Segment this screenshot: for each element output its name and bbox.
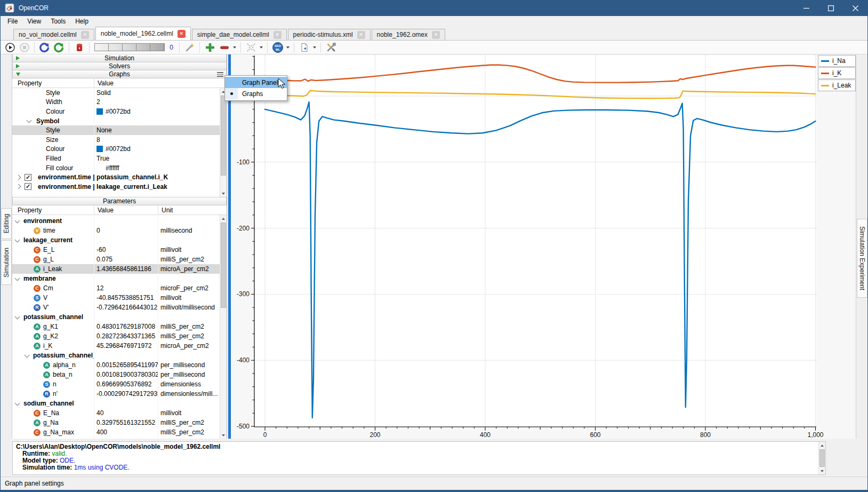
property-row[interactable]: Symbol — [12, 116, 220, 126]
scrollbar-thumb[interactable] — [819, 449, 825, 467]
data-export-dropdown-icon[interactable] — [313, 46, 316, 49]
scroll-down-icon[interactable] — [819, 467, 825, 474]
expand-icon[interactable] — [15, 275, 20, 281]
sedml-export-button[interactable]: SED ML — [270, 41, 285, 54]
property-row[interactable]: Fill colour#ffffff — [12, 163, 220, 173]
parameter-row[interactable]: Ai_Leak1.43656845861186microA_per_cm2 — [12, 264, 220, 274]
preferences-button[interactable] — [324, 41, 338, 54]
simulation-delay-wheel[interactable] — [94, 43, 165, 51]
scroll-up-icon[interactable] — [220, 215, 227, 222]
color-swatch[interactable] — [97, 108, 103, 115]
context-menu-item-graphs[interactable]: Graphs — [225, 88, 287, 99]
mode-tab-simulation[interactable]: Simulation — [1, 240, 12, 285]
parameter-row[interactable]: Aalpha_n0.00152658954119971per_milliseco… — [12, 360, 220, 370]
reload-button[interactable] — [52, 41, 66, 54]
file-tab-no_voi_model.cellml[interactable]: no_voi_model.cellml✕ — [13, 29, 94, 40]
property-row[interactable]: Colour#0072bd — [12, 107, 220, 116]
parameter-row[interactable]: Vtime0millisecond — [12, 226, 220, 235]
section-header-graphs[interactable]: Graphs — [12, 70, 227, 78]
scrollbar-thumb[interactable] — [221, 96, 226, 176]
parameter-row[interactable]: SV-40.8457538851751millivolt — [12, 293, 220, 303]
parameter-row[interactable]: Rn'-0.000290742917293571dimensionless/mi… — [12, 389, 220, 399]
section-header-solvers[interactable]: Solvers — [12, 62, 227, 70]
legend-item-i_K[interactable]: i_K — [818, 67, 856, 79]
column-header-value[interactable]: Value — [94, 205, 158, 215]
maximize-button[interactable] — [818, 0, 843, 16]
column-header-value[interactable]: Value — [94, 78, 227, 88]
legend-item-i_Leak[interactable]: i_Leak — [818, 80, 856, 91]
property-row[interactable]: StyleSolid — [12, 88, 220, 98]
graph-row[interactable]: ✓environment.time | leakage_current.i_Le… — [12, 182, 220, 192]
parameter-row[interactable]: Ag_K20.282723643371365milliS_per_cm2 — [12, 331, 220, 341]
section-header-simulation[interactable]: Simulation — [12, 54, 227, 62]
minimize-button[interactable] — [794, 0, 818, 16]
legend-item-i_Na[interactable]: i_Na — [818, 55, 856, 67]
mode-tab-editing[interactable]: Editing — [1, 208, 12, 239]
data-export-button[interactable] — [297, 41, 311, 54]
section-header-parameters[interactable]: Parameters — [12, 197, 227, 205]
property-row[interactable]: Colour#0072bd — [12, 145, 220, 154]
add-graph-panel-button[interactable] — [203, 41, 217, 54]
graphs-scrollbar[interactable] — [220, 88, 227, 197]
scroll-up-icon[interactable] — [819, 442, 825, 449]
property-row[interactable]: FilledTrue — [12, 154, 220, 163]
synchronize-button[interactable] — [244, 41, 258, 54]
parameter-row[interactable]: CCm12microF_per_cm2 — [12, 283, 220, 293]
close-tab-icon[interactable]: ✕ — [357, 31, 365, 39]
component-row[interactable]: environment — [12, 216, 220, 226]
expand-icon[interactable] — [16, 174, 21, 180]
graph-visibility-checkbox[interactable]: ✓ — [25, 183, 31, 190]
color-swatch[interactable] — [97, 146, 103, 152]
parameter-row[interactable]: Ai_K45.2968476971972microA_per_cm2 — [12, 341, 220, 351]
clear-results-button[interactable] — [72, 41, 86, 54]
close-button[interactable] — [843, 0, 867, 16]
expand-icon[interactable] — [15, 400, 20, 406]
property-row[interactable]: Width2 — [12, 98, 220, 107]
simulation-chart[interactable]: -100-200-300-400-50002004006008001,000 — [227, 54, 857, 439]
parameter-row[interactable]: CE_Na40millivolt — [12, 408, 220, 418]
expand-icon[interactable] — [15, 237, 20, 242]
magic-wand-button[interactable] — [182, 41, 197, 54]
parameter-row[interactable]: Abeta_n0.00108190037803025per_millisecon… — [12, 370, 220, 379]
close-tab-icon[interactable]: ✕ — [274, 31, 282, 39]
expand-icon[interactable] — [15, 218, 20, 223]
component-row[interactable]: membrane — [12, 274, 220, 283]
component-row[interactable]: potassium_channel_n_gate — [12, 351, 220, 360]
remove-graph-panel-button[interactable] — [217, 41, 231, 54]
scroll-down-icon[interactable] — [220, 432, 227, 439]
close-tab-icon[interactable]: ✕ — [81, 31, 89, 39]
column-header-unit[interactable]: Unit — [158, 205, 227, 215]
expand-icon[interactable] — [27, 118, 32, 123]
pause-button[interactable] — [17, 41, 31, 54]
synchronize-dropdown-icon[interactable] — [260, 46, 263, 49]
expand-icon[interactable] — [15, 314, 20, 319]
file-tab-simple_dae_model.cellml[interactable]: simple_dae_model.cellml✕ — [192, 29, 287, 40]
scrollbar-thumb[interactable] — [221, 223, 226, 308]
property-row[interactable]: Size8 — [12, 135, 220, 145]
output-scrollbar[interactable] — [818, 442, 825, 474]
component-row[interactable]: potassium_channel — [12, 312, 220, 322]
close-tab-icon[interactable]: ✕ — [432, 31, 440, 39]
property-row[interactable]: StyleNone — [12, 125, 220, 135]
parameter-row[interactable]: CE_L-60millivolt — [12, 245, 220, 255]
run-button[interactable] — [3, 41, 17, 54]
parameter-row[interactable]: Cg_Na_max400milliS_per_cm2 — [12, 427, 220, 437]
file-tab-noble_model_1962.cellml[interactable]: noble_model_1962.cellml✕ — [95, 27, 191, 40]
component-row[interactable]: sodium_channel — [12, 399, 220, 408]
remove-graph-panel-dropdown-icon[interactable] — [233, 46, 236, 49]
column-header-property[interactable]: Property — [12, 78, 94, 88]
color-swatch[interactable] — [97, 165, 103, 171]
menu-view[interactable]: View — [22, 17, 46, 26]
view-tab-simulation-experiment[interactable]: Simulation Experiment — [857, 219, 867, 298]
graph-row[interactable]: ✓environment.time | potassium_channel.i_… — [12, 172, 220, 182]
menu-file[interactable]: File — [3, 17, 22, 26]
expand-icon[interactable] — [25, 352, 30, 358]
parameters-scrollbar[interactable] — [220, 215, 227, 439]
scroll-down-icon[interactable] — [220, 190, 227, 197]
parameter-row[interactable]: Sn0.69669905376892dimensionless — [12, 379, 220, 389]
parameter-row[interactable]: Ag_Na0.329755161321552milliS_per_cm2 — [12, 418, 220, 427]
file-tab-periodic-stimulus.xml[interactable]: periodic-stimulus.xml✕ — [288, 29, 371, 40]
column-header-property[interactable]: Property — [12, 205, 94, 215]
graph-visibility-checkbox[interactable]: ✓ — [25, 174, 31, 181]
parameter-row[interactable]: RV'-0.729642166443012millivolt/milliseco… — [12, 303, 220, 312]
